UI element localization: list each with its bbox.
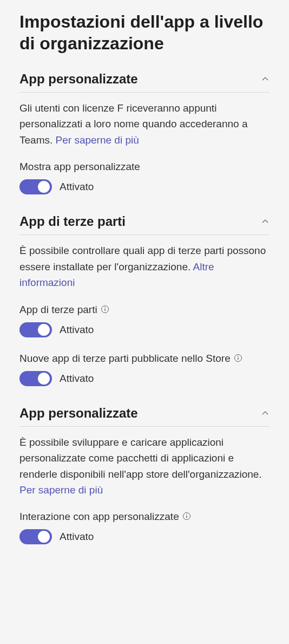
section-tailored-apps: App personalizzate Gli utenti con licenz… <box>19 71 270 194</box>
toggle-new-thirdparty[interactable] <box>19 371 52 386</box>
section-header-tailored[interactable]: App personalizzate <box>19 71 270 93</box>
field-thirdparty: App di terze parti Attivato <box>19 304 270 337</box>
toggle-state-label: Attivato <box>60 373 94 385</box>
section-title: App di terze parti <box>19 214 126 229</box>
field-label: Interazione con app personalizzate <box>19 511 270 523</box>
desc-text: È possibile sviluppare e caricare applic… <box>19 437 262 480</box>
info-icon[interactable] <box>182 512 192 522</box>
toggle-custom-interaction[interactable] <box>19 529 52 544</box>
section-custom-apps: App personalizzate È possibile sviluppar… <box>19 406 270 545</box>
section-header-custom[interactable]: App personalizzate <box>19 406 270 427</box>
label-text: App di terze parti <box>19 304 97 316</box>
svg-point-8 <box>186 514 187 515</box>
chevron-up-icon <box>261 75 270 83</box>
field-label: Nuove app di terze parti pubblicate nell… <box>19 353 270 365</box>
desc-text: È possibile controllare quali app di ter… <box>19 245 266 272</box>
section-title: App personalizzate <box>19 406 138 421</box>
learn-more-link[interactable]: Per saperne di più <box>19 484 103 496</box>
field-label: App di terze parti <box>19 304 270 316</box>
section-description: È possibile sviluppare e caricare applic… <box>19 434 270 498</box>
chevron-up-icon <box>261 217 270 226</box>
label-text: Interazione con app personalizzate <box>19 511 179 523</box>
info-icon[interactable] <box>101 305 110 315</box>
toggle-thirdparty[interactable] <box>19 322 52 337</box>
section-thirdparty-apps: App di terze parti È possibile controlla… <box>19 214 270 386</box>
learn-more-link[interactable]: Per saperne di più <box>56 134 139 146</box>
section-header-thirdparty[interactable]: App di terze parti <box>19 214 270 235</box>
section-description: Gli utenti con licenze F riceveranno app… <box>19 100 270 148</box>
toggle-state-label: Attivato <box>60 324 94 336</box>
section-description: È possibile controllare quali app di ter… <box>19 243 270 290</box>
info-icon[interactable] <box>234 354 244 363</box>
chevron-up-icon <box>261 409 270 418</box>
svg-point-2 <box>104 307 106 308</box>
label-text: Nuove app di terze parti pubblicate nell… <box>19 353 231 365</box>
field-custom-interaction: Interazione con app personalizzate Attiv… <box>19 511 270 544</box>
section-title: App personalizzate <box>19 71 138 87</box>
toggle-state-label: Attivato <box>60 531 94 543</box>
field-show-tailored: Mostra app personalizzate Attivato <box>19 161 270 194</box>
toggle-state-label: Attivato <box>60 181 94 193</box>
field-label: Mostra app personalizzate <box>19 161 270 173</box>
svg-point-5 <box>238 356 239 357</box>
toggle-show-tailored[interactable] <box>19 179 52 194</box>
page-title: Impostazioni dell'app a livello di organ… <box>19 11 270 54</box>
field-new-thirdparty: Nuove app di terze parti pubblicate nell… <box>19 353 270 386</box>
